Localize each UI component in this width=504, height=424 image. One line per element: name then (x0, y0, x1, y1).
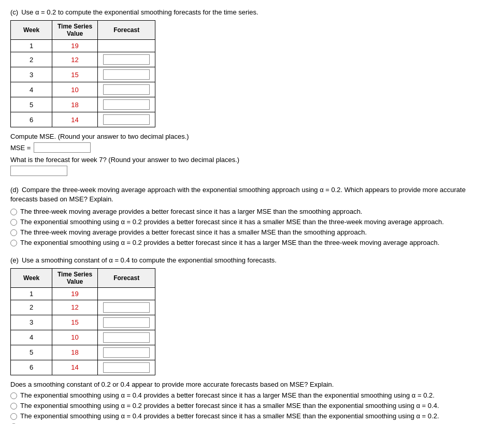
col-tsv-e: Time SeriesValue (52, 268, 98, 287)
part-e-label: (e) (10, 256, 19, 264)
table-row: 4 10 (11, 82, 155, 97)
mse-label: Compute MSE. (Round your answer to two d… (10, 133, 494, 140)
week-e-4: 4 (11, 330, 52, 345)
mse-row: MSE = (10, 142, 494, 153)
forecast-cell-e-5 (98, 345, 155, 360)
week7-label: What is the forecast for week 7? (Round … (10, 156, 494, 164)
radio-option-d-3: The three-week moving average provides a… (10, 228, 494, 236)
forecast-input-c-5[interactable] (103, 99, 150, 110)
week-e-2: 2 (11, 300, 52, 315)
part-d-label: (d) (10, 186, 19, 194)
col-week-e: Week (11, 268, 52, 287)
value-e-2: 12 (52, 300, 98, 315)
table-row: 1 19 (11, 287, 155, 300)
mse-prefix: MSE = (10, 144, 31, 152)
week-e-1: 1 (11, 287, 52, 300)
radio-e-3[interactable] (10, 413, 17, 420)
table-row: 1 19 (11, 40, 155, 52)
forecast-input-e-2[interactable] (103, 302, 150, 313)
part-e-header: (e)Use a smoothing constant of α = 0.4 t… (10, 256, 494, 265)
radio-option-d-1: The three-week moving average provides a… (10, 208, 494, 215)
table-row: 2 12 (11, 52, 155, 67)
table-row: 6 14 (11, 112, 155, 127)
table-row: 3 15 (11, 67, 155, 82)
part-e-options: The exponential smoothing using α = 0.4 … (10, 391, 494, 424)
radio-e-3-label: The exponential smoothing using α = 0.4 … (20, 412, 439, 420)
forecast-input-c-3[interactable] (103, 69, 150, 80)
forecast-cell-c-2 (98, 52, 155, 67)
week-e-6: 6 (11, 360, 52, 375)
value-c-1: 19 (52, 40, 98, 52)
week-c-6: 6 (11, 112, 52, 127)
part-c-header: (c)Use α = 0.2 to compute the exponentia… (10, 8, 494, 17)
radio-d-3-label: The three-week moving average provides a… (20, 228, 367, 236)
accuracy-label: Does a smoothing constant of 0.2 or 0.4 … (10, 381, 494, 388)
week-e-3: 3 (11, 315, 52, 330)
forecast-input-e-6[interactable] (103, 362, 150, 373)
forecast-cell-e-3 (98, 315, 155, 330)
table-row: 6 14 (11, 360, 155, 375)
week-c-1: 1 (11, 40, 52, 52)
forecast-cell-e-2 (98, 300, 155, 315)
col-forecast-e: Forecast (98, 268, 155, 287)
forecast-cell-c-1 (98, 40, 155, 52)
col-tsv-c: Time SeriesValue (52, 21, 98, 40)
radio-e-1[interactable] (10, 392, 17, 399)
part-e-table: Week Time SeriesValue Forecast 1 19 2 12… (10, 268, 155, 375)
part-d-instruction: Compare the three-week moving average ap… (10, 186, 466, 203)
forecast-input-c-4[interactable] (103, 84, 150, 95)
forecast-cell-c-3 (98, 67, 155, 82)
forecast-input-e-4[interactable] (103, 332, 150, 343)
value-e-3: 15 (52, 315, 98, 330)
forecast-cell-c-4 (98, 82, 155, 97)
radio-d-1[interactable] (10, 209, 17, 215)
col-forecast-c: Forecast (98, 21, 155, 40)
week-c-2: 2 (11, 52, 52, 67)
forecast-cell-e-1 (98, 287, 155, 300)
radio-e-1-label: The exponential smoothing using α = 0.4 … (20, 391, 435, 399)
forecast-input-c-6[interactable] (103, 114, 150, 125)
part-c-instruction: Use α = 0.2 to compute the exponential s… (21, 8, 258, 16)
value-e-5: 18 (52, 345, 98, 360)
mse-input-c[interactable] (34, 142, 91, 153)
week-c-4: 4 (11, 82, 52, 97)
table-row: 4 10 (11, 330, 155, 345)
radio-d-3[interactable] (10, 229, 17, 236)
value-e-1: 19 (52, 287, 98, 300)
part-d-section: (d)Compare the three-week moving average… (10, 185, 494, 246)
part-e-instruction: Use a smoothing constant of α = 0.4 to c… (22, 256, 277, 264)
forecast-input-e-3[interactable] (103, 317, 150, 328)
forecast-cell-c-5 (98, 97, 155, 112)
forecast-cell-e-4 (98, 330, 155, 345)
forecast-input-e-5[interactable] (103, 347, 150, 358)
table-row: 5 18 (11, 97, 155, 112)
value-e-6: 14 (52, 360, 98, 375)
radio-d-1-label: The three-week moving average provides a… (20, 208, 362, 215)
radio-d-4[interactable] (10, 240, 17, 246)
week7-input-c[interactable] (10, 166, 67, 176)
table-row: 2 12 (11, 300, 155, 315)
forecast-input-c-2[interactable] (103, 54, 150, 65)
radio-d-2-label: The exponential smoothing using α = 0.2 … (20, 218, 444, 226)
table-row: 3 15 (11, 315, 155, 330)
value-c-5: 18 (52, 97, 98, 112)
week-e-5: 5 (11, 345, 52, 360)
value-c-2: 12 (52, 52, 98, 67)
radio-option-e-3: The exponential smoothing using α = 0.4 … (10, 412, 494, 420)
radio-option-e-2: The exponential smoothing using α = 0.2 … (10, 402, 494, 410)
week-c-5: 5 (11, 97, 52, 112)
part-d-header: (d)Compare the three-week moving average… (10, 185, 494, 204)
table-row: 5 18 (11, 345, 155, 360)
radio-e-2[interactable] (10, 403, 17, 410)
value-c-3: 15 (52, 67, 98, 82)
forecast-cell-e-6 (98, 360, 155, 375)
forecast-cell-c-6 (98, 112, 155, 127)
value-e-4: 10 (52, 330, 98, 345)
part-c-section: (c)Use α = 0.2 to compute the exponentia… (10, 8, 494, 176)
part-c-label: (c) (10, 8, 18, 16)
value-c-4: 10 (52, 82, 98, 97)
radio-d-4-label: The exponential smoothing using α = 0.2 … (20, 239, 439, 246)
radio-d-2[interactable] (10, 219, 17, 226)
radio-option-d-4: The exponential smoothing using α = 0.2 … (10, 239, 494, 246)
part-c-table: Week Time SeriesValue Forecast 1 19 2 12… (10, 20, 155, 127)
